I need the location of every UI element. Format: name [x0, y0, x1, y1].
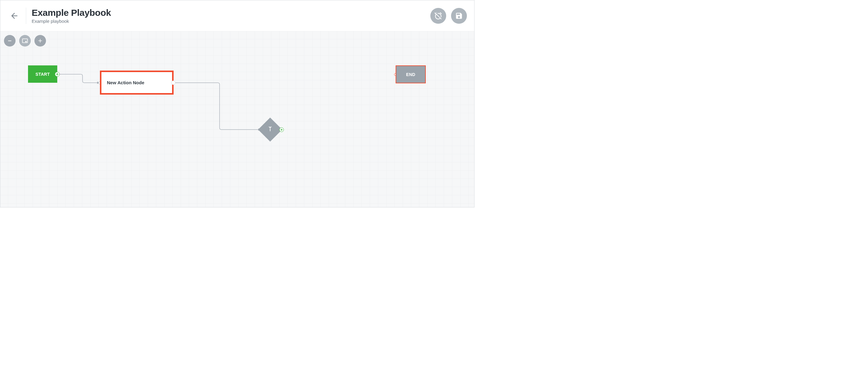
decision-node[interactable] — [258, 117, 282, 141]
save-button[interactable] — [451, 8, 467, 24]
header-bar: Example Playbook Example playbook — [0, 0, 474, 31]
decision-add-button[interactable] — [279, 128, 284, 132]
header-divider — [26, 8, 26, 24]
action-label: New Action Node — [107, 80, 144, 85]
plus-icon — [280, 128, 283, 131]
start-label: START — [35, 72, 50, 77]
action-node[interactable]: New Action Node — [100, 71, 174, 95]
branch-icon — [267, 126, 274, 132]
back-button[interactable] — [5, 11, 24, 21]
plus-icon — [56, 73, 59, 76]
svg-rect-2 — [25, 41, 27, 42]
connector-start-action — [59, 70, 102, 85]
playbook-canvas[interactable]: START New Action Node END — [0, 31, 474, 207]
zoom-out-button[interactable] — [4, 35, 16, 46]
end-label: END — [406, 72, 415, 77]
action-output-port[interactable] — [171, 80, 176, 85]
connector-action-decision — [175, 80, 264, 133]
page-subtitle: Example playbook — [32, 19, 111, 24]
arrow-left-icon — [10, 11, 19, 21]
save-icon — [455, 12, 463, 20]
plus-icon — [37, 38, 43, 44]
fit-screen-icon — [22, 37, 28, 44]
end-node[interactable]: END — [396, 65, 426, 83]
page-title: Example Playbook — [32, 8, 111, 18]
svg-rect-0 — [8, 40, 11, 41]
minus-icon — [7, 38, 12, 43]
svg-rect-1 — [23, 39, 28, 43]
schedule-button[interactable] — [430, 8, 446, 24]
start-add-button[interactable] — [55, 72, 60, 77]
start-node[interactable]: START — [28, 65, 57, 83]
fit-screen-button[interactable] — [19, 35, 31, 46]
zoom-in-button[interactable] — [34, 35, 46, 46]
alarm-off-icon — [434, 11, 442, 20]
header-titles: Example Playbook Example playbook — [32, 8, 111, 24]
zoom-toolbar — [4, 35, 46, 46]
